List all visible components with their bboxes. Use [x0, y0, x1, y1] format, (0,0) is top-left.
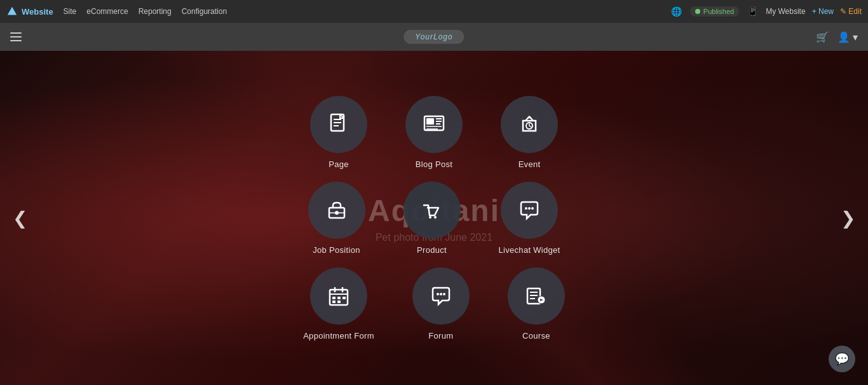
event-icon — [518, 113, 541, 136]
edit-button[interactable]: ✎ Edit — [840, 7, 862, 16]
page-icon — [327, 113, 350, 136]
brand-logo[interactable]: Website — [6, 6, 53, 17]
forum-icon-circle[interactable] — [412, 267, 470, 325]
cart-icon[interactable]: 🛒 — [816, 31, 829, 43]
appointment-form-icon — [327, 285, 350, 307]
livechat-widget-icon-circle[interactable] — [501, 182, 558, 239]
course-icon-circle[interactable] — [508, 267, 565, 325]
prev-arrow[interactable]: ❮ — [13, 208, 27, 229]
svg-point-20 — [531, 207, 534, 210]
top-navigation: Website Site eCommerce Reporting Configu… — [0, 0, 868, 23]
nav-site[interactable]: Site — [64, 7, 77, 16]
published-label: Published — [703, 8, 734, 15]
mobile-icon[interactable]: 📱 — [745, 4, 759, 18]
icon-item-course[interactable]: Course — [508, 267, 565, 341]
svg-point-31 — [440, 293, 442, 295]
my-website-button[interactable]: My Website — [766, 7, 805, 16]
product-icon-circle[interactable] — [403, 182, 461, 239]
svg-point-15 — [335, 211, 339, 215]
svg-point-16 — [429, 216, 431, 219]
icon-row-3: Appointment Form Forum — [303, 267, 565, 341]
icon-item-appointment-form[interactable]: Appointment Form — [303, 267, 374, 341]
icon-item-forum[interactable]: Forum — [412, 267, 470, 341]
icon-row-2: Job Position Product — [308, 182, 560, 255]
next-arrow[interactable]: ❯ — [841, 208, 855, 229]
brand-name: Website — [22, 7, 53, 17]
job-position-icon — [325, 199, 348, 222]
svg-point-30 — [437, 293, 439, 295]
course-icon — [525, 285, 548, 307]
forum-label: Forum — [428, 331, 453, 341]
icon-row-1: Page Blog Post — [310, 96, 558, 169]
nav-right-icons: 🛒 👤 ▾ — [816, 31, 858, 43]
main-content: Aqoitani Pet photo from June 2021 ❮ — [0, 51, 868, 385]
event-label: Event — [519, 159, 541, 169]
published-dot — [695, 9, 700, 14]
page-label: Page — [329, 159, 349, 169]
job-position-icon-circle[interactable] — [308, 182, 365, 239]
blog-post-icon-circle[interactable] — [405, 96, 463, 153]
logo-text: YourLogo — [415, 32, 452, 41]
svg-rect-29 — [337, 301, 341, 303]
nav-configuration[interactable]: Configuration — [182, 7, 227, 16]
event-icon-circle[interactable] — [501, 96, 558, 153]
svg-point-19 — [528, 207, 531, 210]
icon-item-livechat-widget[interactable]: Livechat Widget — [499, 182, 560, 255]
chat-bubble[interactable]: 💬 — [829, 346, 855, 372]
new-button[interactable]: + New — [812, 7, 834, 16]
top-nav-links: Site eCommerce Reporting Configuration — [64, 7, 227, 16]
svg-rect-26 — [337, 297, 341, 299]
icon-item-job-position[interactable]: Job Position — [308, 182, 365, 255]
svg-rect-6 — [426, 118, 434, 125]
hamburger-line-2 — [10, 36, 22, 37]
hamburger-menu[interactable] — [10, 32, 22, 41]
top-nav-right: 🌐 Published 📱 My Website + New ✎ Edit — [670, 4, 862, 18]
blog-post-label: Blog Post — [416, 159, 452, 169]
icon-item-page[interactable]: Page — [310, 96, 367, 169]
svg-rect-25 — [332, 297, 336, 299]
icon-item-blog-post[interactable]: Blog Post — [405, 96, 463, 169]
icon-item-event[interactable]: Event — [501, 96, 558, 169]
blog-post-icon — [423, 113, 445, 136]
globe-icon[interactable]: 🌐 — [670, 4, 684, 18]
svg-marker-0 — [8, 7, 17, 15]
secondary-navigation: YourLogo 🛒 👤 ▾ — [0, 23, 868, 51]
job-position-label: Job Position — [313, 245, 360, 255]
published-toggle[interactable]: Published — [690, 6, 739, 17]
svg-point-17 — [434, 216, 437, 219]
appointment-form-label: Appointment Form — [303, 331, 374, 341]
svg-rect-27 — [342, 297, 346, 299]
icon-item-product[interactable]: Product — [403, 182, 461, 255]
product-label: Product — [417, 245, 447, 255]
svg-rect-28 — [332, 301, 336, 303]
livechat-widget-label: Livechat Widget — [499, 245, 560, 255]
nav-reporting[interactable]: Reporting — [139, 7, 172, 16]
product-icon — [421, 199, 444, 222]
forum-icon — [430, 285, 452, 307]
logo-badge[interactable]: YourLogo — [403, 30, 464, 44]
svg-point-32 — [443, 293, 445, 295]
icon-grid: Page Blog Post — [0, 51, 868, 385]
user-icon[interactable]: 👤 ▾ — [837, 31, 858, 43]
livechat-widget-icon — [518, 199, 541, 222]
logo-area: YourLogo — [403, 30, 464, 44]
hamburger-line-1 — [10, 32, 22, 34]
hamburger-line-3 — [10, 40, 22, 41]
nav-ecommerce[interactable]: eCommerce — [86, 7, 128, 16]
page-icon-circle[interactable] — [310, 96, 367, 153]
course-label: Course — [522, 331, 550, 341]
svg-point-18 — [525, 207, 527, 210]
appointment-form-icon-circle[interactable] — [310, 267, 367, 325]
